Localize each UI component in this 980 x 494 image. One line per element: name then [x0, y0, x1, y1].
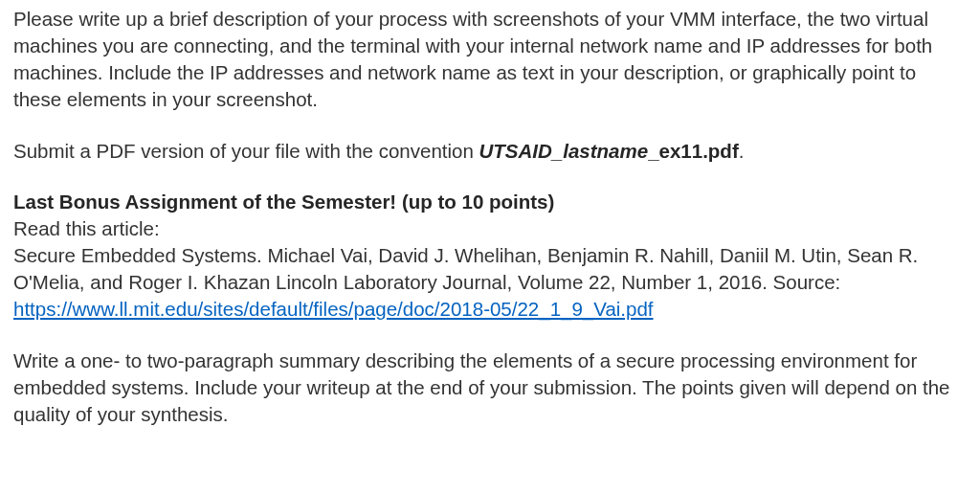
- bonus-heading: Last Bonus Assignment of the Semester! (…: [13, 189, 967, 215]
- instruction-paragraph-2: Submit a PDF version of your file with t…: [13, 138, 967, 165]
- filename-prefix: UTSAID_lastname: [479, 140, 649, 162]
- article-citation: Secure Embedded Systems. Michael Vai, Da…: [13, 242, 967, 296]
- bonus-block: Last Bonus Assignment of the Semester! (…: [13, 189, 967, 322]
- instruction-paragraph-1: Please write up a brief description of y…: [13, 6, 967, 113]
- summary-instructions: Write a one- to two-paragraph summary de…: [13, 348, 967, 428]
- filename-suffix: _ex11.pdf: [648, 140, 739, 162]
- submit-text-pre: Submit a PDF version of your file with t…: [13, 140, 479, 162]
- bonus-read-line: Read this article:: [13, 215, 967, 242]
- article-link[interactable]: https://www.ll.mit.edu/sites/default/fil…: [13, 296, 967, 323]
- document-body: Please write up a brief description of y…: [0, 0, 980, 437]
- submit-text-post: .: [739, 140, 745, 162]
